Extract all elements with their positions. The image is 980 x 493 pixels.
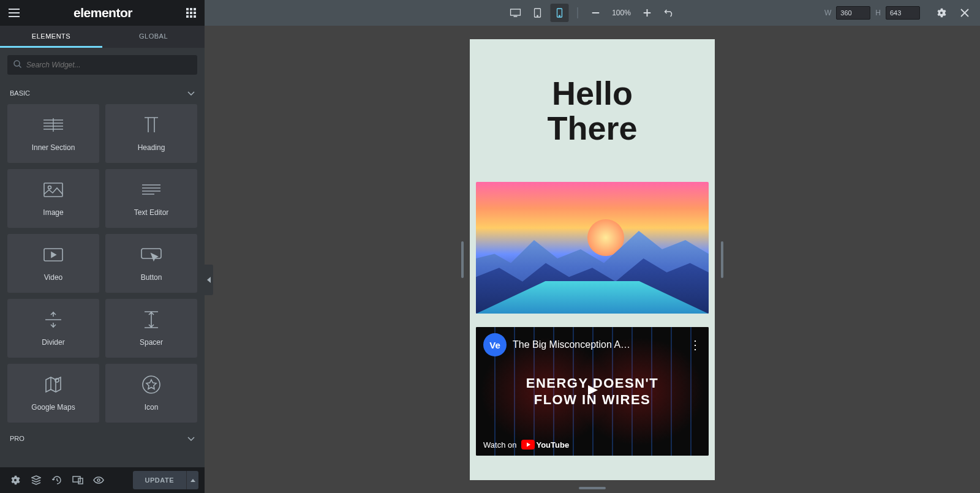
spacer-icon <box>145 310 158 329</box>
close-responsive-icon[interactable] <box>956 4 974 22</box>
video-icon <box>43 245 63 265</box>
category-basic-header[interactable]: BASIC <box>0 82 205 104</box>
svg-point-18 <box>97 479 100 481</box>
undo-icon[interactable] <box>660 4 679 22</box>
canvas-area: Hello There Ve The Big Misconcept <box>205 26 980 493</box>
editor-main: 100% W H <box>205 0 980 493</box>
svg-rect-2 <box>194 8 196 10</box>
svg-point-21 <box>537 15 538 16</box>
widget-image[interactable]: Image <box>7 169 99 228</box>
tab-global[interactable]: GLOBAL <box>102 26 205 48</box>
columns-icon <box>43 115 63 135</box>
image-icon <box>43 180 63 200</box>
elementor-sidebar: elementor ELEMENTS GLOBAL BASIC <box>0 0 205 493</box>
svg-rect-10 <box>44 183 62 197</box>
search-input[interactable] <box>21 61 191 69</box>
zoom-value: 100% <box>609 9 635 17</box>
category-pro-header[interactable]: PRO <box>0 427 205 450</box>
svg-rect-26 <box>647 9 648 17</box>
svg-rect-24 <box>592 12 600 13</box>
device-desktop-button[interactable] <box>507 4 525 22</box>
star-icon <box>142 375 160 394</box>
svg-rect-5 <box>194 12 196 14</box>
map-icon <box>45 375 62 394</box>
chevron-down-icon <box>187 89 195 97</box>
apps-grid-icon[interactable] <box>186 8 196 18</box>
hamburger-menu-icon[interactable] <box>9 9 20 17</box>
svg-point-23 <box>559 15 560 16</box>
svg-rect-16 <box>73 476 80 482</box>
widget-button[interactable]: Button <box>105 234 197 293</box>
topbar-separator <box>578 7 578 18</box>
widget-heading[interactable]: Heading <box>105 104 197 163</box>
watch-on-youtube[interactable]: Watch on YouTube <box>483 440 569 450</box>
width-label: W <box>824 9 831 17</box>
widget-icon[interactable]: Icon <box>105 364 197 423</box>
elementor-logo: elementor <box>74 6 132 20</box>
bottom-resize-handle[interactable] <box>579 487 606 489</box>
collapse-sidebar-handle[interactable] <box>205 265 213 295</box>
text-icon <box>142 180 160 200</box>
hero-heading: Hello There <box>482 76 703 145</box>
sidebar-header: elementor <box>0 0 205 26</box>
widget-inner-section[interactable]: Inner Section <box>7 104 99 163</box>
image-widget[interactable] <box>476 182 709 314</box>
widget-video[interactable]: Video <box>7 234 99 293</box>
widget-text-editor[interactable]: Text Editor <box>105 169 197 228</box>
svg-rect-4 <box>190 12 192 14</box>
heading-icon <box>142 115 160 135</box>
device-mobile-button[interactable] <box>551 4 569 22</box>
update-button[interactable]: UPDATE <box>133 471 186 489</box>
resize-handle-left[interactable] <box>461 241 464 278</box>
sidebar-footer: UPDATE <box>0 467 205 493</box>
widget-divider[interactable]: Divider <box>7 299 99 358</box>
update-options-caret[interactable] <box>186 471 198 489</box>
play-icon[interactable] <box>577 379 608 404</box>
zoom-in-button[interactable] <box>638 4 657 22</box>
height-label: H <box>875 9 881 17</box>
widget-grid: Inner Section Heading Image Text Editor <box>0 104 205 423</box>
svg-rect-7 <box>190 15 192 18</box>
chevron-down-icon <box>187 435 195 442</box>
svg-point-11 <box>48 186 51 189</box>
svg-rect-0 <box>186 8 189 10</box>
tab-elements[interactable]: ELEMENTS <box>0 26 102 48</box>
responsive-icon[interactable] <box>69 471 87 489</box>
svg-rect-6 <box>186 15 189 18</box>
search-icon <box>13 59 21 70</box>
divider-icon <box>45 310 61 329</box>
history-icon[interactable] <box>48 471 66 489</box>
hero-section[interactable]: Hello There <box>476 45 709 182</box>
category-pro-label: PRO <box>10 435 24 442</box>
button-icon <box>141 245 162 265</box>
height-input[interactable] <box>886 6 920 20</box>
width-input[interactable] <box>836 6 870 20</box>
svg-rect-19 <box>511 9 521 15</box>
zoom-out-button[interactable] <box>587 4 605 22</box>
preview-icon[interactable] <box>89 471 108 489</box>
sidebar-tabs: ELEMENTS GLOBAL <box>0 26 205 48</box>
responsive-topbar: 100% W H <box>205 0 980 26</box>
device-tablet-button[interactable] <box>529 4 547 22</box>
widget-spacer[interactable]: Spacer <box>105 299 197 358</box>
youtube-logo-icon: YouTube <box>521 440 569 450</box>
svg-rect-1 <box>190 8 192 10</box>
topbar-settings-icon[interactable] <box>932 4 951 22</box>
settings-icon[interactable] <box>6 471 24 489</box>
navigator-icon[interactable] <box>27 471 45 489</box>
video-widget[interactable]: Ve The Big Misconception A… ⋮ ENERGY DOE… <box>476 327 709 456</box>
search-widget-field[interactable] <box>7 55 197 75</box>
mobile-preview-frame: Hello There Ve The Big Misconcept <box>470 39 715 480</box>
svg-rect-8 <box>194 15 196 18</box>
resize-handle-right[interactable] <box>721 241 723 278</box>
svg-point-9 <box>14 61 20 66</box>
svg-rect-3 <box>186 12 189 14</box>
widget-google-maps[interactable]: Google Maps <box>7 364 99 423</box>
category-basic-label: BASIC <box>10 89 30 97</box>
svg-point-15 <box>143 376 160 393</box>
